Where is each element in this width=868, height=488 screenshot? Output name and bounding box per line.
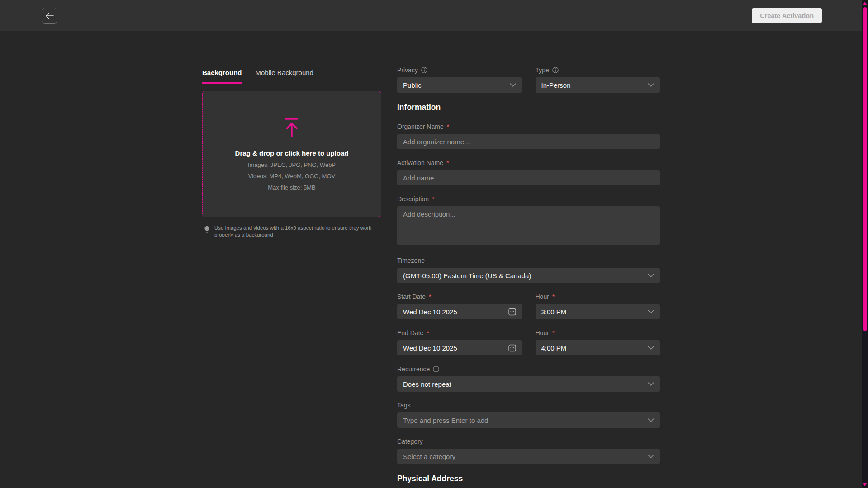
tags-label: Tags <box>397 402 660 409</box>
organizer-name-input[interactable] <box>397 134 660 149</box>
upload-dropzone[interactable]: Drag & drop or click here to upload Imag… <box>202 91 381 217</box>
recurrence-label-text: Recurrence <box>397 365 430 373</box>
top-bar: Create Activation <box>0 0 868 31</box>
start-date-picker[interactable]: Wed Dec 10 2025 <box>397 304 522 319</box>
recurrence-value: Does not repeat <box>403 380 451 388</box>
timezone-label: Timezone <box>397 257 660 264</box>
activation-name-group: Activation Name * <box>397 159 660 185</box>
information-heading: Information <box>397 103 660 112</box>
calendar-icon <box>508 344 516 352</box>
create-activation-button[interactable]: Create Activation <box>752 8 822 23</box>
tags-group: Tags Type and press Enter to add <box>397 402 660 428</box>
activation-name-label-text: Activation Name <box>397 159 443 166</box>
chevron-down-icon <box>648 83 654 87</box>
timezone-value: (GMT-05:00) Eastern Time (US & Canada) <box>403 272 531 280</box>
end-date-label-text: End Date <box>397 329 423 336</box>
start-date-label-text: Start Date <box>397 293 426 300</box>
dropzone-videos-formats: Videos: MP4, WebM, OGG, MOV <box>248 173 335 180</box>
chevron-down-icon <box>648 455 654 458</box>
type-select[interactable]: In-Person <box>536 77 660 93</box>
physical-address-heading: Physical Address <box>397 474 660 483</box>
start-hour-label-text: Hour <box>536 293 549 300</box>
timezone-label-text: Timezone <box>397 257 425 264</box>
timezone-select[interactable]: (GMT-05:00) Eastern Time (US & Canada) <box>397 268 660 283</box>
end-date-group: End Date * Wed Dec 10 2025 <box>397 329 522 355</box>
calendar-icon <box>508 308 516 316</box>
start-date-label: Start Date * <box>397 293 522 300</box>
description-group: Description * <box>397 195 660 247</box>
info-icon[interactable] <box>433 366 439 372</box>
privacy-value: Public <box>403 81 422 89</box>
chevron-down-icon <box>648 418 654 422</box>
chevron-down-icon <box>648 274 654 277</box>
privacy-group: Privacy Public <box>397 66 522 93</box>
end-date-label: End Date * <box>397 329 522 336</box>
upload-arrow-icon <box>283 118 300 138</box>
end-hour-select[interactable]: 4:00 PM <box>536 340 660 355</box>
tags-label-text: Tags <box>397 402 411 409</box>
organizer-name-group: Organizer Name * <box>397 123 660 149</box>
type-value: In-Person <box>541 81 571 89</box>
chevron-down-icon <box>648 346 654 350</box>
timezone-group: Timezone (GMT-05:00) Eastern Time (US & … <box>397 257 660 283</box>
scrollbar-up-arrow-icon[interactable] <box>863 2 867 5</box>
required-asterisk: * <box>429 293 431 300</box>
info-icon[interactable] <box>421 67 427 73</box>
category-group: Category Select a category <box>397 438 660 464</box>
recurrence-select[interactable]: Does not repeat <box>397 376 660 392</box>
start-hour-group: Hour * 3:00 PM <box>536 293 660 319</box>
start-hour-label: Hour * <box>536 293 660 300</box>
tip-text: Use images and videos with a 16x9 aspect… <box>214 225 377 238</box>
chevron-down-icon <box>510 83 516 87</box>
tags-input[interactable]: Type and press Enter to add <box>397 412 660 428</box>
dropzone-max-size: Max file size: 5MB <box>268 184 315 191</box>
required-asterisk: * <box>552 293 555 300</box>
category-select[interactable]: Select a category <box>397 449 660 464</box>
type-label: Type <box>536 66 660 74</box>
activation-name-input[interactable] <box>397 170 660 185</box>
start-date-value: Wed Dec 10 2025 <box>403 308 457 316</box>
arrow-left-icon <box>45 12 54 19</box>
required-asterisk: * <box>427 329 429 336</box>
chevron-down-icon <box>648 382 654 386</box>
description-textarea[interactable] <box>397 206 660 245</box>
category-placeholder: Select a category <box>403 453 455 460</box>
lightbulb-icon <box>204 225 210 238</box>
required-asterisk: * <box>432 195 434 203</box>
background-tabs: Background Mobile Background <box>202 69 381 83</box>
end-hour-label: Hour * <box>536 329 660 336</box>
activation-form: Privacy Public <box>397 66 660 488</box>
activation-name-label: Activation Name * <box>397 159 660 166</box>
scrollbar-thumb[interactable] <box>863 7 867 331</box>
category-label: Category <box>397 438 660 445</box>
dropzone-title: Drag & drop or click here to upload <box>235 149 349 157</box>
required-asterisk: * <box>447 123 449 130</box>
start-hour-select[interactable]: 3:00 PM <box>536 304 660 319</box>
end-date-picker[interactable]: Wed Dec 10 2025 <box>397 340 522 355</box>
required-asterisk: * <box>552 329 555 336</box>
info-icon[interactable] <box>552 67 559 73</box>
end-hour-label-text: Hour <box>536 329 549 336</box>
privacy-select[interactable]: Public <box>397 77 522 93</box>
description-label-text: Description <box>397 195 429 203</box>
scrollbar-down-arrow-icon[interactable] <box>863 483 867 486</box>
organizer-name-label-text: Organizer Name <box>397 123 444 130</box>
description-label: Description * <box>397 195 660 203</box>
recurrence-group: Recurrence Does not repeat <box>397 365 660 392</box>
page-scrollbar[interactable] <box>862 0 868 488</box>
back-button[interactable] <box>42 8 57 24</box>
dropzone-images-formats: Images: JPEG, JPG, PNG, WebP <box>248 161 336 168</box>
type-group: Type In-Person <box>536 66 660 93</box>
tab-background[interactable]: Background <box>202 69 242 84</box>
end-date-value: Wed Dec 10 2025 <box>403 344 457 352</box>
privacy-label: Privacy <box>397 66 522 74</box>
chevron-down-icon <box>648 310 654 313</box>
privacy-label-text: Privacy <box>397 66 418 74</box>
start-date-group: Start Date * Wed Dec 10 2025 <box>397 293 522 319</box>
tab-mobile-background[interactable]: Mobile Background <box>256 69 313 84</box>
type-label-text: Type <box>536 66 549 74</box>
aspect-ratio-tip: Use images and videos with a 16x9 aspect… <box>202 225 381 238</box>
organizer-name-label: Organizer Name * <box>397 123 660 130</box>
required-asterisk: * <box>446 159 449 166</box>
start-hour-value: 3:00 PM <box>541 308 567 316</box>
